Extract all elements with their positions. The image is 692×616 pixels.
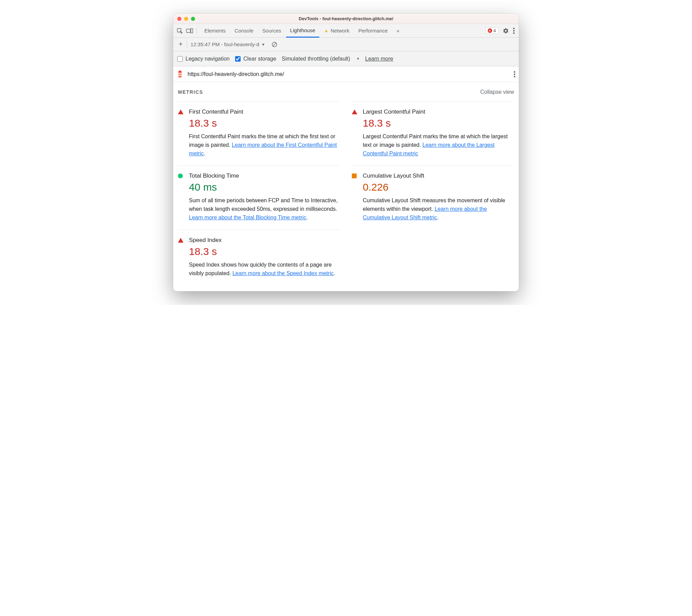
status-fail-icon	[352, 110, 357, 114]
metric-description: First Contentful Paint marks the time at…	[189, 132, 340, 158]
tab-sources[interactable]: Sources	[258, 24, 285, 38]
svg-point-12	[514, 71, 515, 73]
metric-fcp: First Contentful Paint 18.3 s First Cont…	[178, 101, 340, 165]
metrics-header: METRICS Collapse view	[173, 82, 519, 101]
tab-elements[interactable]: Elements	[200, 24, 230, 38]
status-average-icon	[352, 174, 357, 178]
clear-storage-label: Clear storage	[243, 56, 276, 62]
metric-si: Speed Index 18.3 s Speed Index shows how…	[178, 230, 340, 285]
panel-tabs: Elements Console Sources Lighthouse ▲ Ne…	[200, 24, 403, 38]
lighthouse-session-bar: + 12:35:47 PM - foul-heavenly-d ▼	[173, 38, 519, 51]
legacy-navigation-label: Legacy navigation	[185, 56, 230, 62]
metric-name: Total Blocking Time	[189, 172, 340, 179]
svg-point-4	[513, 30, 515, 31]
tab-lighthouse[interactable]: Lighthouse	[286, 24, 319, 38]
metrics-title: METRICS	[178, 89, 203, 95]
tab-network[interactable]: ▲ Network	[320, 24, 354, 38]
metric-name: Speed Index	[189, 237, 340, 244]
collapse-view-button[interactable]: Collapse view	[480, 89, 514, 95]
metric-description: Sum of all time periods between FCP and …	[189, 196, 340, 222]
lighthouse-settings-bar: Legacy navigation Clear storage Simulate…	[173, 51, 519, 66]
status-fail-icon	[178, 238, 183, 243]
chevron-down-icon: ▼	[261, 42, 265, 47]
svg-rect-2	[191, 28, 193, 33]
metric-learn-more-link[interactable]: Learn more about the Speed Index metric	[232, 270, 333, 276]
metric-value: 18.3 s	[363, 117, 514, 129]
metric-value: 0.226	[363, 181, 514, 193]
inspect-element-icon[interactable]	[177, 28, 183, 34]
error-count: 4	[494, 28, 496, 33]
status-pass-icon	[178, 174, 183, 178]
devtools-window: DevTools - foul-heavenly-direction.glitc…	[173, 14, 519, 291]
report-selector[interactable]: 12:35:47 PM - foul-heavenly-d ▼	[189, 41, 267, 47]
metric-description: Largest Contentful Paint marks the time …	[363, 132, 514, 158]
legacy-navigation-checkbox[interactable]: Legacy navigation	[177, 56, 230, 62]
error-count-badge[interactable]: ✕ 4	[486, 27, 499, 34]
lighthouse-icon	[176, 70, 184, 78]
metric-cls: Cumulative Layout Shift 0.226 Cumulative…	[352, 165, 514, 229]
report-url: https://foul-heavenly-direction.glitch.m…	[188, 71, 514, 77]
clear-storage-checkbox[interactable]: Clear storage	[235, 56, 276, 62]
report-url-bar: https://foul-heavenly-direction.glitch.m…	[173, 66, 519, 82]
svg-rect-8	[178, 72, 181, 77]
new-report-button[interactable]: +	[176, 40, 185, 48]
clear-icon[interactable]	[271, 41, 278, 48]
svg-rect-10	[178, 73, 181, 74]
metric-tbt: Total Blocking Time 40 ms Sum of all tim…	[178, 165, 340, 229]
svg-rect-1	[187, 29, 190, 33]
metric-description: Speed Index shows how quickly the conten…	[189, 261, 340, 278]
svg-marker-9	[178, 70, 182, 72]
error-icon: ✕	[488, 28, 492, 33]
tab-overflow[interactable]: »	[393, 24, 403, 38]
metrics-grid: First Contentful Paint 18.3 s First Cont…	[173, 101, 519, 291]
throttling-selector[interactable]: Simulated throttling (default)	[282, 56, 360, 62]
settings-icon[interactable]	[503, 28, 509, 34]
tab-performance[interactable]: Performance	[354, 24, 392, 38]
device-toolbar-icon[interactable]	[186, 28, 193, 34]
svg-point-13	[514, 73, 515, 75]
learn-more-link[interactable]: Learn more	[365, 56, 393, 62]
metric-name: Largest Contentful Paint	[363, 108, 514, 115]
main-toolbar: Elements Console Sources Lighthouse ▲ Ne…	[173, 24, 519, 38]
status-fail-icon	[178, 110, 183, 114]
metric-learn-more-link[interactable]: Learn more about the Total Blocking Time…	[189, 215, 306, 220]
svg-point-14	[514, 76, 515, 77]
tab-console[interactable]: Console	[231, 24, 258, 38]
metric-value: 40 ms	[189, 181, 340, 193]
warning-icon: ▲	[324, 28, 329, 33]
report-label: 12:35:47 PM - foul-heavenly-d	[191, 41, 259, 47]
svg-point-3	[513, 28, 515, 29]
svg-rect-11	[178, 75, 181, 76]
window-title: DevTools - foul-heavenly-direction.glitc…	[173, 16, 519, 21]
more-options-icon[interactable]	[513, 28, 515, 34]
metric-value: 18.3 s	[189, 117, 340, 129]
svg-line-7	[272, 42, 276, 46]
metric-name: Cumulative Layout Shift	[363, 172, 514, 179]
window-titlebar: DevTools - foul-heavenly-direction.glitc…	[173, 14, 519, 24]
metric-name: First Contentful Paint	[189, 108, 340, 115]
svg-point-5	[513, 32, 515, 34]
metric-value: 18.3 s	[189, 246, 340, 257]
metric-lcp: Largest Contentful Paint 18.3 s Largest …	[352, 101, 514, 165]
metric-description: Cumulative Layout Shift measures the mov…	[363, 196, 514, 222]
report-menu-icon[interactable]	[514, 71, 515, 77]
